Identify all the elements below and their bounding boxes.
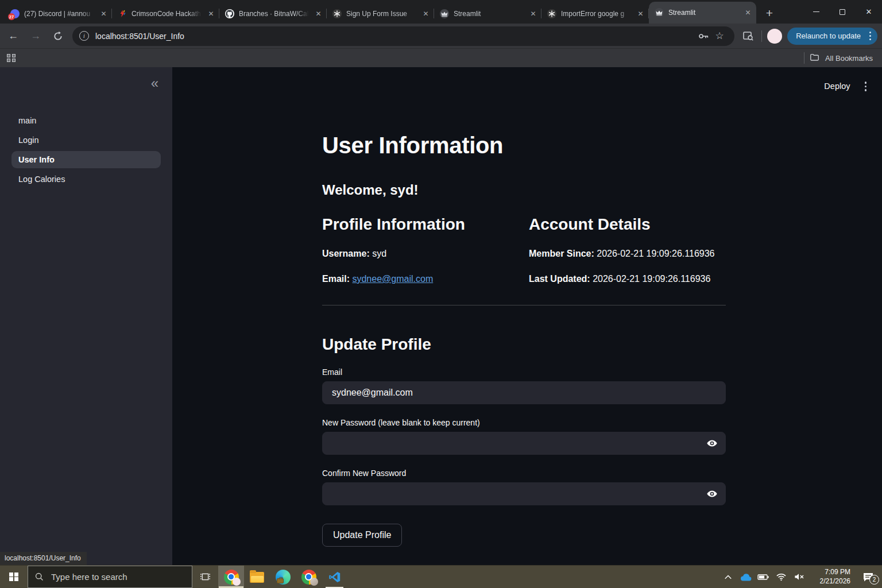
password-key-icon[interactable]: [695, 28, 711, 44]
clock-time: 7:09 PM: [810, 568, 850, 577]
app-menu-icon[interactable]: [863, 80, 869, 93]
tab-crimsoncode[interactable]: CrimsonCode Hackath ✕: [112, 4, 219, 24]
chrome-profile-badge: [310, 578, 318, 586]
all-bookmarks-label[interactable]: All Bookmarks: [825, 54, 873, 63]
sidebar-item-login[interactable]: Login: [11, 131, 161, 149]
confirm-password-field[interactable]: [322, 482, 726, 505]
tab-discord[interactable]: 27 (27) Discord | #annou ✕: [5, 4, 112, 24]
page-title: User Information: [322, 131, 726, 159]
taskbar-clock[interactable]: 7:09 PM 2/21/2026: [810, 568, 850, 586]
email-link[interactable]: sydnee@gmail.com: [352, 274, 433, 284]
chatgpt-icon: [547, 9, 556, 18]
onedrive-icon[interactable]: [737, 566, 755, 588]
tab-title: Streamlit: [454, 10, 524, 18]
browser-tab-strip: 27 (27) Discord | #annou ✕ CrimsonCode H…: [0, 0, 882, 24]
streamlit-icon: [655, 8, 664, 17]
link-status-tooltip: localhost:8501/User_Info: [0, 552, 87, 565]
deploy-button[interactable]: Deploy: [824, 82, 850, 91]
tab-signup-issue[interactable]: Sign Up Form Issue ✕: [327, 4, 434, 24]
new-tab-button[interactable]: +: [761, 5, 778, 22]
taskbar-chrome-active[interactable]: [218, 566, 244, 588]
streamlit-icon: [440, 9, 449, 18]
browser-toolbar: ← → i localhost:8501/User_Info ☆ Relaunc…: [0, 24, 882, 48]
show-password-icon[interactable]: [705, 436, 719, 450]
tab-close-icon[interactable]: ✕: [99, 9, 109, 19]
notification-count-badge: 2: [869, 575, 879, 585]
start-button[interactable]: [0, 566, 28, 588]
tab-close-icon[interactable]: ✕: [528, 9, 538, 19]
browser-menu-icon[interactable]: [867, 29, 873, 42]
email-field[interactable]: [322, 381, 726, 404]
sidebar-item-user-info[interactable]: User Info: [11, 151, 161, 168]
tab-streamlit-1[interactable]: Streamlit ✕: [434, 4, 541, 24]
search-input[interactable]: [50, 571, 185, 582]
profile-avatar[interactable]: [767, 29, 782, 44]
taskbar-chrome-profile2[interactable]: [296, 566, 322, 588]
sidebar-collapse-icon[interactable]: «: [151, 76, 158, 90]
tab-title: Sign Up Form Issue: [346, 10, 416, 18]
windows-taskbar: 7:09 PM 2/21/2026 2: [0, 565, 882, 588]
sidebar-item-main[interactable]: main: [11, 112, 161, 129]
taskbar-edge[interactable]: [270, 566, 296, 588]
tab-title: CrimsonCode Hackath: [131, 10, 202, 18]
window-minimize-button[interactable]: [803, 0, 829, 24]
section-divider: [322, 305, 726, 305]
sidebar-item-log-calories[interactable]: Log Calories: [11, 171, 161, 188]
confirm-password-label: Confirm New Password: [322, 469, 726, 478]
toolbar-divider: [761, 30, 762, 42]
tab-github[interactable]: Branches · BitnaW/Cal ✕: [219, 4, 327, 24]
tab-close-icon[interactable]: ✕: [636, 9, 645, 19]
task-view-button[interactable]: [192, 566, 218, 588]
bookmark-star-icon[interactable]: ☆: [711, 28, 728, 44]
windows-logo-icon: [9, 572, 18, 582]
tab-close-icon[interactable]: ✕: [743, 8, 753, 18]
new-password-field[interactable]: [322, 432, 726, 455]
reading-mode-icon[interactable]: [740, 28, 756, 44]
relaunch-label: Relaunch to update: [796, 32, 861, 40]
vscode-icon: [328, 570, 342, 584]
window-maximize-button[interactable]: [829, 0, 856, 24]
discord-icon: 27: [10, 9, 20, 18]
tab-importerror[interactable]: ImportError google g ✕: [541, 4, 649, 24]
bookmarks-divider: [804, 52, 804, 64]
taskbar-search[interactable]: [28, 566, 192, 588]
email-field-label: Email: [322, 368, 726, 377]
wifi-icon[interactable]: [772, 566, 790, 588]
new-password-label: New Password (leave blank to keep curren…: [322, 418, 726, 427]
file-explorer-icon: [250, 572, 264, 583]
tab-close-icon[interactable]: ✕: [206, 9, 216, 19]
taskbar-vscode[interactable]: [322, 566, 347, 588]
email-row: Email: sydnee@gmail.com: [322, 274, 529, 284]
address-bar[interactable]: i localhost:8501/User_Info ☆: [72, 26, 734, 46]
battery-icon[interactable]: [755, 566, 772, 588]
url-text[interactable]: localhost:8501/User_Info: [95, 32, 184, 41]
notification-center-button[interactable]: 2: [854, 566, 882, 588]
apps-grid-icon[interactable]: [7, 54, 16, 63]
chrome-profile-badge: [233, 578, 241, 586]
forward-button[interactable]: →: [26, 27, 45, 45]
window-close-button[interactable]: ✕: [856, 0, 882, 24]
back-button[interactable]: ←: [4, 27, 22, 45]
tab-close-icon[interactable]: ✕: [314, 9, 323, 19]
reload-button[interactable]: [49, 27, 67, 45]
account-details-heading: Account Details: [529, 215, 726, 234]
briefcase-badge: [277, 578, 284, 583]
volume-muted-icon[interactable]: [790, 566, 808, 588]
show-password-icon[interactable]: [705, 487, 719, 501]
tab-close-icon[interactable]: ✕: [421, 9, 431, 19]
tab-streamlit-active[interactable]: Streamlit ✕: [649, 2, 756, 24]
search-icon: [34, 572, 44, 582]
sidebar-nav: main Login User Info Log Calories: [11, 112, 161, 190]
tab-title: (27) Discord | #annou: [24, 10, 94, 18]
streamlit-app: « main Login User Info Log Calories Depl…: [0, 67, 882, 565]
relaunch-to-update-button[interactable]: Relaunch to update: [787, 28, 877, 45]
taskbar-file-explorer[interactable]: [244, 566, 270, 588]
tray-chevron-up-icon[interactable]: [719, 566, 737, 588]
github-icon: [225, 9, 234, 18]
update-profile-button[interactable]: Update Profile: [322, 524, 402, 547]
bookmarks-bar: All Bookmarks: [0, 48, 882, 67]
crimsoncode-icon: [118, 9, 127, 18]
system-tray: 7:09 PM 2/21/2026 2: [719, 566, 882, 588]
chatgpt-icon: [332, 9, 342, 18]
site-info-icon[interactable]: i: [79, 31, 89, 41]
